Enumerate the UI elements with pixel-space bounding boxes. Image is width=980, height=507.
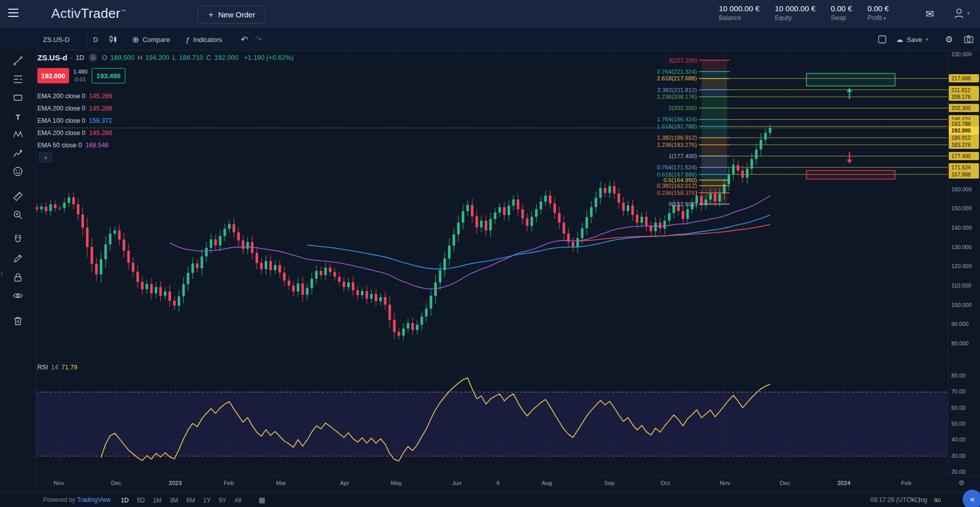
percent-scale-button[interactable]: % bbox=[910, 493, 915, 507]
range-1M[interactable]: 1M bbox=[153, 497, 162, 504]
tool-trend-line[interactable] bbox=[11, 54, 25, 68]
range-1Y[interactable]: 1Y bbox=[203, 497, 211, 504]
close-label: C bbox=[206, 54, 211, 61]
range-5D[interactable]: 5D bbox=[137, 497, 144, 504]
restore-panel-button[interactable]: « bbox=[963, 490, 980, 507]
ema-legend-row[interactable]: EMA 50 close 0 168.546 bbox=[37, 139, 112, 151]
rsi-panel-divider[interactable] bbox=[36, 362, 948, 363]
chevron-down-icon: ▾ bbox=[967, 11, 970, 16]
layout-icon bbox=[878, 35, 887, 44]
auto-scale-button[interactable]: au bbox=[934, 493, 941, 507]
screenshot-button[interactable] bbox=[964, 29, 974, 50]
eye-icon bbox=[12, 290, 24, 301]
chart-style-button[interactable] bbox=[109, 29, 118, 50]
chevron-down-icon[interactable]: ▾ bbox=[884, 16, 886, 21]
logo-text-light: Activ bbox=[51, 6, 81, 21]
range-5Y[interactable]: 5Y bbox=[219, 497, 226, 504]
logo-tm: ™ bbox=[121, 9, 125, 14]
drawing-toolbar: T bbox=[0, 29, 36, 492]
account-equity: 10 000.00 € Equity bbox=[775, 4, 815, 21]
timeframe-button[interactable]: D bbox=[93, 29, 98, 50]
tool-magnet[interactable] bbox=[11, 233, 25, 246]
price-axis-label: 150.000 bbox=[951, 205, 972, 211]
tool-xabcd-pattern[interactable] bbox=[11, 128, 25, 141]
indicators-button[interactable]: ƒ Indicators bbox=[185, 29, 222, 50]
expand-panel-chevron-icon[interactable]: › bbox=[1, 269, 3, 277]
title-timeframe: 1D bbox=[76, 54, 84, 61]
undo-button[interactable]: ↶ bbox=[241, 29, 248, 50]
log-scale-button[interactable]: log bbox=[919, 493, 927, 507]
price-axis-label: 160.000 bbox=[951, 186, 972, 192]
tool-eye[interactable] bbox=[11, 289, 25, 302]
user-avatar[interactable]: ▾ bbox=[952, 7, 970, 20]
calendar-icon: ▦ bbox=[259, 496, 265, 504]
chart-canvas[interactable]: 3(227.200)2.764(221.324)2.618(217.688)2.… bbox=[0, 0, 980, 507]
ema-legend-row[interactable]: EMA 100 close 0 158.372 bbox=[37, 115, 112, 127]
plus-icon: + bbox=[208, 10, 214, 20]
x-axis-label: Feb bbox=[224, 480, 234, 486]
mail-icon[interactable]: ✉ bbox=[926, 8, 934, 20]
fib-price-tag: 202.300 bbox=[949, 104, 979, 112]
account-swap: 0.00 € Swap bbox=[831, 4, 853, 21]
account-profit: 0.00 € Profit ▾ bbox=[867, 4, 889, 21]
redo-button[interactable]: ↷ bbox=[255, 29, 262, 50]
range-1D[interactable]: 1D bbox=[121, 497, 129, 504]
x-axis-label: Aug bbox=[542, 480, 552, 486]
compare-button[interactable]: ⊕ Compare bbox=[132, 29, 170, 50]
symbol-tab[interactable]: ZS.US-D bbox=[43, 29, 70, 50]
undo-icon: ↶ bbox=[241, 34, 248, 45]
range-All[interactable]: All bbox=[235, 497, 241, 504]
menu-icon[interactable] bbox=[8, 9, 22, 20]
tool-text[interactable]: T bbox=[11, 110, 25, 123]
buy-price-button[interactable]: 193.490 bbox=[92, 68, 125, 83]
fib-level-label: 3(227.200) bbox=[668, 57, 697, 63]
account-value: 10 000.00 € bbox=[775, 4, 815, 13]
tool-draw[interactable] bbox=[11, 252, 25, 265]
tool-emoji[interactable] bbox=[11, 165, 25, 178]
tool-ruler[interactable] bbox=[11, 190, 25, 203]
collapse-symbol-icon[interactable]: – bbox=[89, 54, 97, 61]
trend-line-icon bbox=[12, 55, 24, 67]
chart-settings-button[interactable]: ⚙ bbox=[945, 29, 953, 50]
account-summary: 10 000.00 € Balance 10 000.00 € Equity 0… bbox=[719, 4, 889, 21]
tool-fib-retracement[interactable] bbox=[11, 73, 25, 86]
spread-info: 1.490 0.01 bbox=[69, 68, 92, 83]
app-logo: ActivTrader™ bbox=[51, 6, 126, 21]
range-6M[interactable]: 6M bbox=[186, 497, 195, 504]
layout-button[interactable] bbox=[878, 29, 887, 50]
fib-price-tag: 183.276 bbox=[949, 141, 979, 149]
save-button[interactable]: ☁ Save ▾ bbox=[896, 29, 928, 50]
title-separator: - bbox=[70, 54, 72, 61]
price-axis[interactable]: 230.000160.000150.000140.000130.000120.0… bbox=[948, 0, 980, 507]
ema-legend-row[interactable]: EMA 200 close 0 145.286 bbox=[37, 102, 112, 115]
fx-icon: ƒ bbox=[185, 35, 189, 44]
fib-price-tag: 208.176 bbox=[949, 93, 979, 101]
tool-long-position[interactable] bbox=[11, 147, 25, 160]
tool-shapes[interactable] bbox=[11, 91, 25, 104]
person-icon bbox=[952, 7, 966, 20]
symbol-title: ZS.US-d bbox=[37, 53, 67, 62]
tool-trash[interactable] bbox=[11, 314, 25, 327]
tool-lock[interactable] bbox=[11, 271, 25, 284]
new-order-button[interactable]: + New Order bbox=[198, 6, 266, 24]
gear-icon: ⚙ bbox=[945, 34, 953, 45]
stop-zone bbox=[806, 170, 895, 179]
go-to-date-button[interactable]: ▦ bbox=[259, 493, 265, 507]
sell-price-button[interactable]: 192.000 bbox=[37, 68, 69, 83]
range-3M[interactable]: 3M bbox=[169, 497, 178, 504]
fib-price-tag: 217.688 bbox=[949, 74, 979, 82]
tool-zoom[interactable] bbox=[11, 208, 25, 222]
rsi-axis-label: 30.00 bbox=[951, 453, 966, 459]
tradingview-link[interactable]: TradingView bbox=[77, 496, 111, 503]
open-label: O bbox=[102, 54, 107, 61]
ema-legend-row[interactable]: EMA 200 close 0 145.286 bbox=[37, 90, 112, 102]
rsi-axis-label: 70.00 bbox=[951, 388, 966, 394]
time-axis[interactable]: ⚙ NovDec2023FebMarAprMayJun6AugSepOctNov… bbox=[0, 476, 980, 492]
ruler-icon bbox=[12, 191, 24, 202]
logo-text-bold: Trader bbox=[81, 6, 120, 21]
close-value: 192.000 bbox=[214, 54, 238, 61]
collapse-legends-button[interactable]: ∧ bbox=[39, 152, 52, 162]
price-axis-label: 230.000 bbox=[951, 51, 972, 57]
x-axis-label: 2023 bbox=[168, 480, 182, 486]
ema-legend-row[interactable]: EMA 200 close 0 145.286 bbox=[37, 127, 112, 139]
